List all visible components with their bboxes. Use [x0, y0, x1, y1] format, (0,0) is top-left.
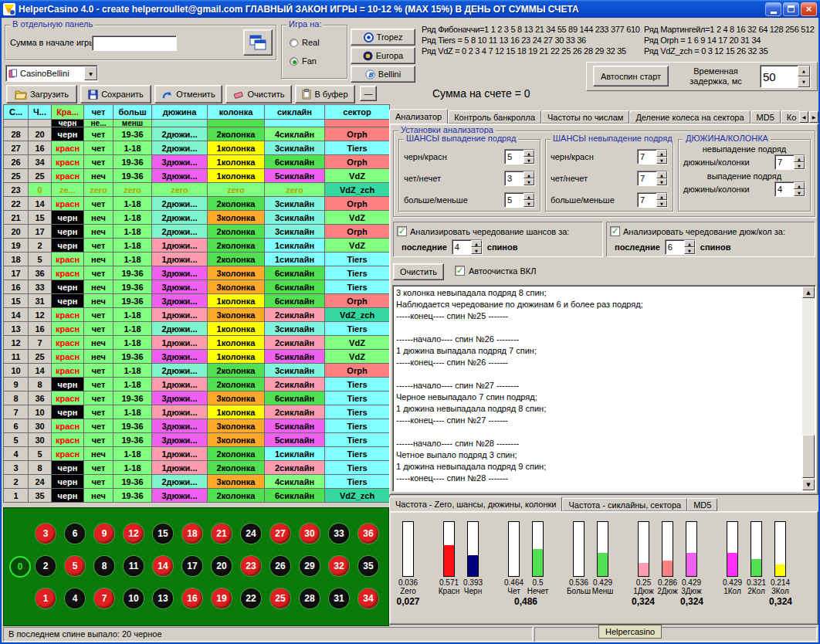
board-number-11[interactable]: 11	[124, 556, 144, 576]
board-number-15[interactable]: 15	[153, 524, 173, 544]
board-number-23[interactable]: 23	[241, 556, 261, 576]
log-scrollbar[interactable]: ▲ ▼	[802, 286, 815, 490]
tab-number-frequencies[interactable]: Частоты по числам	[541, 110, 629, 124]
board-number-21[interactable]: 21	[212, 524, 232, 544]
spinner-down-icon[interactable]: ▼	[656, 157, 667, 164]
board-number-35[interactable]: 35	[358, 556, 378, 576]
spinner-up-icon[interactable]: ▲	[794, 155, 805, 162]
tropez-button[interactable]: Tropez	[351, 29, 415, 46]
spinner-up-icon[interactable]: ▲	[524, 150, 534, 157]
spinner-down-icon[interactable]: ▼	[524, 157, 534, 164]
dozen-streak-spinner[interactable]: 4▲▼	[774, 181, 805, 197]
spinner-down-icon[interactable]: ▼	[524, 178, 534, 185]
tab-freq-zero-chances[interactable]: Частота - Zero, шансы, дюжины, колонки	[389, 497, 562, 511]
board-number-18[interactable]: 18	[182, 524, 202, 544]
spinner-up-icon[interactable]: ▲	[798, 66, 810, 76]
board-number-28[interactable]: 28	[300, 588, 320, 608]
spinner-up-icon[interactable]: ▲	[656, 150, 667, 157]
even-odd-miss-spinner[interactable]: 7▲▼	[637, 171, 668, 186]
black-red-streak-spinner[interactable]: 5▲▼	[504, 149, 535, 164]
spinner-down-icon[interactable]: ▼	[471, 247, 482, 254]
board-number-19[interactable]: 19	[212, 588, 232, 608]
board-number-8[interactable]: 8	[94, 556, 114, 576]
board-number-0[interactable]: 0	[9, 556, 31, 578]
board-number-22[interactable]: 22	[241, 588, 261, 608]
spinner-up-icon[interactable]: ▲	[656, 193, 667, 200]
board-number-1[interactable]: 1	[36, 588, 56, 608]
scroll-up-icon[interactable]: ▲	[802, 286, 815, 298]
dozen-last-spins-spinner[interactable]: 6▲▼	[665, 239, 696, 255]
copy-to-buffer-button[interactable]: В буфер	[295, 85, 355, 103]
spinner-up-icon[interactable]: ▲	[684, 240, 695, 247]
board-number-13[interactable]: 13	[153, 588, 173, 608]
tab-freq-sixlines-sectors[interactable]: Частота - сиклайны, сектора	[562, 498, 687, 511]
board-number-31[interactable]: 31	[329, 588, 349, 608]
high-low-miss-spinner[interactable]: 7▲▼	[637, 192, 668, 208]
radio-real[interactable]: Real	[290, 38, 320, 47]
board-number-29[interactable]: 29	[300, 556, 320, 576]
close-button[interactable]: ×	[801, 2, 817, 16]
board-number-34[interactable]: 34	[358, 588, 378, 608]
spinner-down-icon[interactable]: ▼	[656, 178, 667, 185]
dozen-miss-spinner[interactable]: 7▲▼	[774, 154, 805, 170]
undo-button[interactable]: Отменить	[154, 85, 222, 103]
board-number-17[interactable]: 17	[182, 556, 202, 576]
tab-bankroll-control[interactable]: Контроль банкролла	[448, 110, 541, 124]
board-number-25[interactable]: 25	[270, 588, 290, 608]
title-bar[interactable]: HelperCasino 4.0 - create helperroullet@…	[0, 0, 820, 18]
clear-button[interactable]: Очистить	[225, 85, 292, 103]
board-number-36[interactable]: 36	[358, 524, 378, 544]
maximize-button[interactable]	[783, 2, 799, 16]
spinner-up-icon[interactable]: ▲	[794, 182, 805, 189]
spinner-down-icon[interactable]: ▼	[656, 200, 667, 207]
start-sum-input[interactable]	[92, 36, 177, 51]
board-number-26[interactable]: 26	[270, 556, 290, 576]
board-number-32[interactable]: 32	[329, 556, 349, 576]
tab-md5-bottom[interactable]: MD5	[687, 498, 717, 511]
dozen-alternation-checkbox[interactable]: ✓	[610, 226, 620, 236]
detach-panel-button[interactable]	[243, 29, 273, 56]
save-button[interactable]: Сохранить	[80, 85, 151, 103]
even-odd-streak-spinner[interactable]: 3▲▼	[504, 171, 535, 186]
chevron-down-icon[interactable]: ▼	[84, 66, 97, 80]
board-number-16[interactable]: 16	[182, 588, 202, 608]
spinner-up-icon[interactable]: ▲	[524, 171, 534, 178]
board-number-6[interactable]: 6	[65, 524, 85, 544]
board-number-33[interactable]: 33	[329, 524, 349, 544]
chances-last-spins-spinner[interactable]: 4▲▼	[452, 239, 483, 255]
board-number-3[interactable]: 3	[36, 524, 56, 544]
spinner-down-icon[interactable]: ▼	[794, 162, 805, 169]
autoclear-checkbox[interactable]: ✓	[455, 266, 465, 276]
analyzer-log[interactable]: 3 колонка невыпадала подряд 8 спин; Набл…	[392, 285, 816, 492]
board-number-24[interactable]: 24	[241, 524, 261, 544]
board-number-4[interactable]: 4	[65, 588, 85, 608]
board-number-30[interactable]: 30	[300, 524, 320, 544]
spinner-down-icon[interactable]: ▼	[798, 76, 810, 87]
clear-analyzer-button[interactable]: Очистить	[393, 263, 444, 280]
tab-md5[interactable]: MD5	[751, 110, 781, 124]
tab-analyzer[interactable]: Анализатор	[389, 109, 448, 124]
load-button[interactable]: Загрузить	[6, 85, 77, 103]
board-number-12[interactable]: 12	[124, 524, 144, 544]
minimize-button[interactable]	[765, 2, 781, 16]
radio-fan[interactable]: Fan	[290, 56, 317, 66]
board-number-2[interactable]: 2	[36, 556, 56, 576]
tab-wheel-sectors[interactable]: Деление колеса на сектора	[629, 110, 750, 124]
board-number-10[interactable]: 10	[124, 588, 144, 608]
board-number-9[interactable]: 9	[94, 524, 114, 544]
tab-ko[interactable]: Ко	[781, 110, 799, 124]
board-number-5[interactable]: 5	[65, 556, 85, 576]
black-red-miss-spinner[interactable]: 7▲▼	[637, 149, 668, 164]
scroll-down-icon[interactable]: ▼	[802, 479, 815, 490]
spinner-up-icon[interactable]: ▲	[656, 171, 667, 178]
spinner-down-icon[interactable]: ▼	[684, 247, 695, 254]
casino-select[interactable]: CasinoBellini ▼	[5, 65, 98, 82]
tabs-scroll-right-button[interactable]: ▶	[809, 111, 818, 123]
spinner-up-icon[interactable]: ▲	[471, 240, 482, 247]
spinner-down-icon[interactable]: ▼	[794, 189, 805, 196]
bellini-button[interactable]: B Bellini	[351, 66, 415, 83]
high-low-streak-spinner[interactable]: 5▲▼	[504, 192, 535, 208]
delay-spinner[interactable]: 50▲▼	[760, 65, 811, 88]
board-number-7[interactable]: 7	[94, 588, 114, 608]
collapse-button[interactable]: —	[360, 86, 377, 101]
